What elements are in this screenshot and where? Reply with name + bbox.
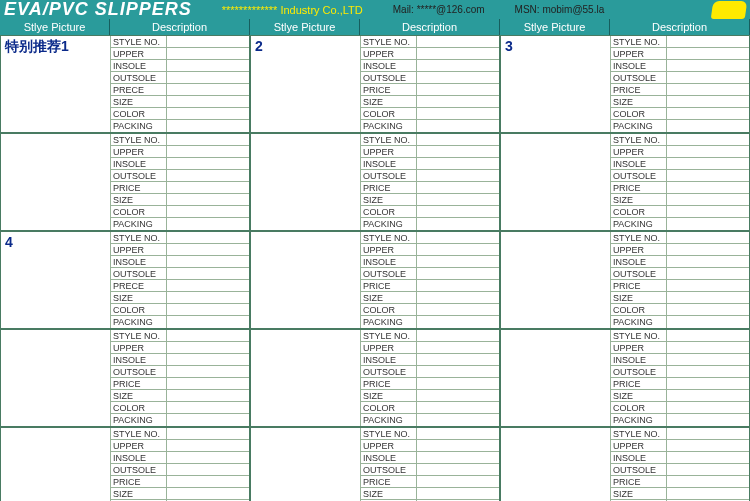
product-description: STYLE NO.UPPERINSOLEOUTSOLEPRICESIZECOLO… (611, 232, 749, 328)
attribute-key: INSOLE (361, 256, 416, 268)
attribute-key: PACKING (611, 218, 666, 230)
product-cell: STYLE NO.UPPERINSOLEOUTSOLEPRICESIZECOLO… (0, 329, 250, 427)
product-description: STYLE NO.UPPERINSOLEOUTSOLEPRICESIZECOLO… (361, 36, 499, 132)
attribute-value (667, 304, 749, 316)
product-picture-area (501, 232, 611, 328)
attribute-value (167, 366, 249, 378)
attribute-key: UPPER (611, 48, 666, 60)
product-description: STYLE NO.UPPERINSOLEOUTSOLEPRICESIZECOLO… (611, 36, 749, 132)
product-picture-area: 4 (1, 232, 111, 328)
attribute-key: COLOR (611, 402, 666, 414)
attribute-value (667, 72, 749, 84)
attribute-value (417, 330, 499, 342)
attribute-value (667, 316, 749, 328)
attribute-values (667, 36, 749, 132)
product-description: STYLE NO.UPPERINSOLEOUTSOLEPRICESIZECOLO… (111, 134, 249, 230)
attribute-key: STYLE NO. (361, 330, 416, 342)
attribute-value (167, 232, 249, 244)
attribute-key: INSOLE (111, 452, 166, 464)
attribute-key: STYLE NO. (611, 134, 666, 146)
attribute-value (167, 452, 249, 464)
attribute-value (417, 402, 499, 414)
attribute-value (667, 206, 749, 218)
attribute-value (667, 414, 749, 426)
attribute-value (667, 134, 749, 146)
attribute-value (167, 330, 249, 342)
attribute-key: PRICE (111, 476, 166, 488)
attribute-value (417, 120, 499, 132)
attribute-value (167, 402, 249, 414)
attribute-key: PRICE (111, 378, 166, 390)
attribute-key: PACKING (611, 120, 666, 132)
attribute-value (417, 108, 499, 120)
attribute-value (167, 134, 249, 146)
attribute-value (667, 146, 749, 158)
attribute-value (667, 256, 749, 268)
column-header-row: Stlye Picture Description Stlye Picture … (0, 19, 750, 35)
attribute-key: PRICE (361, 476, 416, 488)
product-label: 2 (255, 38, 263, 54)
attribute-value (417, 48, 499, 60)
attribute-key: COLOR (361, 304, 416, 316)
attribute-key: INSOLE (611, 452, 666, 464)
attribute-value (667, 96, 749, 108)
product-label: 4 (5, 234, 13, 250)
attribute-value (167, 464, 249, 476)
attribute-key: SIZE (611, 488, 666, 500)
attribute-key: OUTSOLE (361, 268, 416, 280)
attribute-key: STYLE NO. (361, 36, 416, 48)
attribute-key: PRICE (611, 182, 666, 194)
attribute-value (667, 354, 749, 366)
attribute-value (167, 206, 249, 218)
col-header-style-picture: Stlye Picture (500, 19, 610, 35)
product-cell: 3STYLE NO.UPPERINSOLEOUTSOLEPRICESIZECOL… (500, 35, 750, 133)
attribute-key: PACKING (361, 414, 416, 426)
attribute-values (417, 134, 499, 230)
attribute-key: PACKING (361, 120, 416, 132)
product-picture-area: 2 (251, 36, 361, 132)
attribute-key: PRECE (111, 280, 166, 292)
attribute-key: OUTSOLE (361, 464, 416, 476)
product-description: STYLE NO.UPPERINSOLEOUTSOLEPRICESIZECOLO… (111, 428, 249, 501)
attribute-value (417, 72, 499, 84)
attribute-keys: STYLE NO.UPPERINSOLEOUTSOLEPRICESIZECOLO… (361, 36, 417, 132)
attribute-value (167, 48, 249, 60)
company-name: ************* Industry Co.,LTD (222, 4, 363, 16)
attribute-key: COLOR (611, 206, 666, 218)
attribute-key: COLOR (111, 108, 166, 120)
attribute-value (667, 402, 749, 414)
mail-address: Mail: *****@126.com (393, 4, 485, 15)
product-description: STYLE NO.UPPERINSOLEOUTSOLEPRICESIZECOLO… (611, 330, 749, 426)
attribute-key: UPPER (111, 48, 166, 60)
attribute-value (667, 244, 749, 256)
attribute-value (167, 218, 249, 230)
attribute-keys: STYLE NO.UPPERINSOLEOUTSOLEPRICESIZECOLO… (111, 330, 167, 426)
product-picture-area (1, 330, 111, 426)
attribute-value (417, 182, 499, 194)
attribute-key: PACKING (361, 218, 416, 230)
attribute-value (167, 170, 249, 182)
product-description: STYLE NO.UPPERINSOLEOUTSOLEPRICESIZECOLO… (361, 330, 499, 426)
attribute-value (167, 72, 249, 84)
attribute-key: COLOR (611, 304, 666, 316)
attribute-values (167, 36, 249, 132)
product-description: STYLE NO.UPPERINSOLEOUTSOLEPRICESIZECOLO… (361, 232, 499, 328)
attribute-values (417, 428, 499, 501)
attribute-values (167, 134, 249, 230)
attribute-value (417, 366, 499, 378)
attribute-key: COLOR (611, 108, 666, 120)
attribute-values (167, 330, 249, 426)
attribute-value (667, 84, 749, 96)
attribute-key: SIZE (361, 96, 416, 108)
attribute-value (167, 158, 249, 170)
attribute-value (417, 256, 499, 268)
attribute-value (167, 390, 249, 402)
attribute-value (167, 316, 249, 328)
attribute-values (417, 36, 499, 132)
attribute-value (167, 146, 249, 158)
attribute-value (667, 330, 749, 342)
attribute-key: UPPER (361, 146, 416, 158)
attribute-keys: STYLE NO.UPPERINSOLEOUTSOLEPRICESIZECOLO… (611, 330, 667, 426)
attribute-key: INSOLE (361, 60, 416, 72)
attribute-key: STYLE NO. (611, 232, 666, 244)
